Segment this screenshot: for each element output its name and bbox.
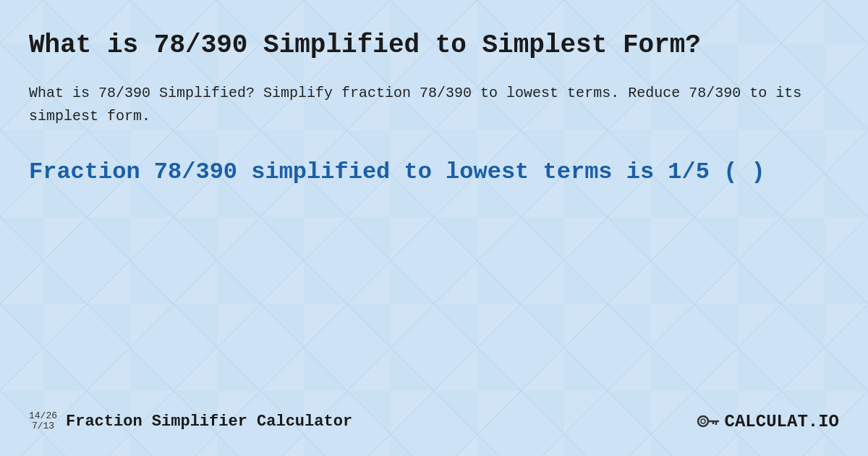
fraction-top: 14/26 bbox=[29, 411, 57, 421]
result-title: Fraction 78/390 simplified to lowest ter… bbox=[29, 157, 839, 187]
page-title: What is 78/390 Simplified to Simplest Fo… bbox=[29, 29, 839, 62]
key-icon bbox=[694, 408, 720, 434]
page-description: What is 78/390 Simplified? Simplify frac… bbox=[29, 82, 839, 128]
svg-point-8 bbox=[701, 419, 705, 423]
result-section: Fraction 78/390 simplified to lowest ter… bbox=[29, 157, 839, 187]
footer-left: 14/26 7/13 Fraction Simplifier Calculato… bbox=[29, 411, 352, 432]
footer-brand-label: Fraction Simplifier Calculator bbox=[66, 413, 352, 431]
logo-text: CALCULAT.IO bbox=[725, 412, 839, 431]
footer-fraction: 14/26 7/13 bbox=[29, 411, 57, 432]
fraction-bottom: 7/13 bbox=[32, 421, 54, 431]
footer-logo: CALCULAT.IO bbox=[694, 408, 839, 434]
svg-point-7 bbox=[698, 416, 708, 426]
footer: 14/26 7/13 Fraction Simplifier Calculato… bbox=[29, 397, 839, 434]
